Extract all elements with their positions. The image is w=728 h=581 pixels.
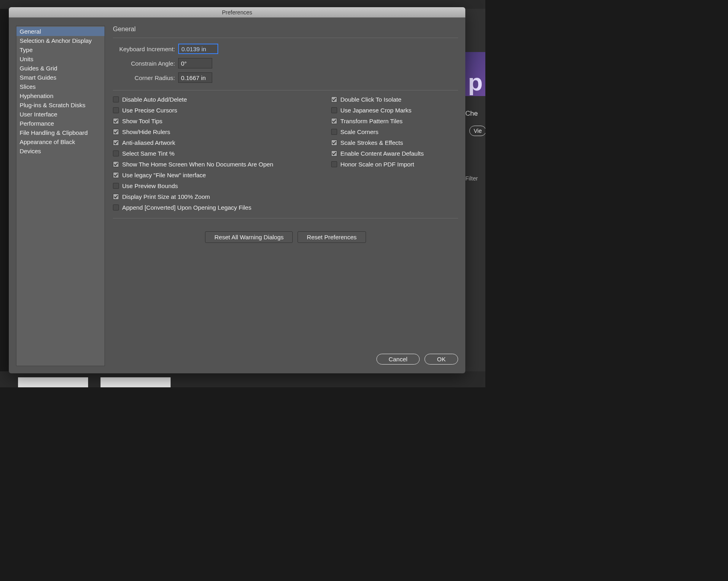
ok-button[interactable]: OK (424, 354, 458, 365)
check-right-label-1: Use Japanese Crop Marks (340, 107, 412, 114)
check-left-checkbox-4[interactable] (113, 140, 119, 146)
panel-title: General (113, 26, 458, 38)
check-left-checkbox-10[interactable] (113, 204, 119, 210)
check-left-checkbox-1[interactable] (113, 107, 119, 113)
app-right-panel: p Che Vie Filter (465, 9, 485, 387)
divider-1 (113, 90, 458, 90)
check-right-checkbox-1[interactable] (331, 107, 337, 113)
check-right-checkbox-3[interactable] (331, 129, 337, 135)
check-right-row-5: Enable Content Aware Defaults (331, 150, 424, 157)
check-left-label-1: Use Precise Cursors (122, 107, 177, 114)
check-right-label-6: Honor Scale on PDF Import (340, 161, 414, 168)
sidebar-item-smart-guides[interactable]: Smart Guides (16, 73, 105, 82)
preferences-sidebar: GeneralSelection & Anchor DisplayTypeUni… (16, 26, 105, 366)
check-left-row-2: Show Tool Tips (113, 118, 315, 124)
check-left-checkbox-8[interactable] (113, 183, 119, 189)
side-view-button[interactable]: Vie (469, 126, 485, 136)
check-right-checkbox-6[interactable] (331, 161, 337, 167)
check-left-label-3: Show/Hide Rulers (122, 128, 170, 135)
cancel-button[interactable]: Cancel (376, 354, 420, 365)
check-right-label-3: Scale Corners (340, 128, 378, 135)
check-right-row-4: Scale Strokes & Effects (331, 139, 424, 146)
sidebar-item-general[interactable]: General (16, 27, 105, 36)
corner-radius-row: Corner Radius: (113, 72, 458, 83)
check-left-label-10: Append [Converted] Upon Opening Legacy F… (122, 204, 251, 211)
dialog-title: Preferences (222, 9, 252, 16)
reset-prefs-button[interactable]: Reset Preferences (298, 231, 366, 243)
check-left-checkbox-0[interactable] (113, 96, 119, 102)
constrain-angle-input[interactable] (178, 58, 212, 68)
corner-radius-label: Corner Radius: (113, 74, 178, 81)
check-right-label-5: Enable Content Aware Defaults (340, 150, 424, 157)
document-thumbnail: p (465, 52, 485, 96)
reset-warnings-button[interactable]: Reset All Warning Dialogs (205, 231, 293, 243)
check-left-checkbox-6[interactable] (113, 161, 119, 167)
keyboard-increment-label: Keyboard Increment: (113, 46, 178, 52)
check-right-label-0: Double Click To Isolate (340, 96, 401, 103)
sidebar-item-selection-anchor-display[interactable]: Selection & Anchor Display (16, 36, 105, 45)
check-left-row-8: Use Preview Bounds (113, 182, 315, 189)
check-left-row-5: Select Same Tint % (113, 150, 315, 157)
bottom-doc-thumb-2 (101, 377, 171, 387)
sidebar-item-hyphenation[interactable]: Hyphenation (16, 91, 105, 100)
check-left-row-1: Use Precise Cursors (113, 107, 315, 114)
check-right-checkbox-2[interactable] (331, 118, 337, 124)
sidebar-item-appearance-of-black[interactable]: Appearance of Black (16, 137, 105, 146)
check-left-row-6: Show The Home Screen When No Documents A… (113, 161, 315, 168)
check-left-label-0: Disable Auto Add/Delete (122, 96, 187, 103)
check-right-row-1: Use Japanese Crop Marks (331, 107, 424, 114)
sidebar-item-file-handling-clipboard[interactable]: File Handling & Clipboard (16, 128, 105, 137)
check-left-label-5: Select Same Tint % (122, 150, 175, 157)
check-left-row-0: Disable Auto Add/Delete (113, 96, 315, 103)
preferences-main: General Keyboard Increment: Constrain An… (113, 26, 458, 366)
constrain-angle-label: Constrain Angle: (113, 60, 178, 67)
keyboard-increment-input[interactable] (178, 44, 218, 54)
preferences-dialog: Preferences GeneralSelection & Anchor Di… (9, 7, 465, 373)
side-label-check: Che (465, 110, 478, 118)
sidebar-item-plug-ins-scratch-disks[interactable]: Plug-ins & Scratch Disks (16, 100, 105, 110)
reset-button-row: Reset All Warning Dialogs Reset Preferen… (113, 231, 458, 243)
sidebar-item-guides-grid[interactable]: Guides & Grid (16, 64, 105, 73)
sidebar-item-slices[interactable]: Slices (16, 82, 105, 91)
dialog-titlebar: Preferences (9, 7, 465, 18)
check-left-label-7: Use legacy "File New" interface (122, 172, 206, 178)
check-right-row-3: Scale Corners (331, 128, 424, 135)
check-left-row-9: Display Print Size at 100% Zoom (113, 193, 315, 200)
check-right-checkbox-4[interactable] (331, 140, 337, 146)
check-left-row-10: Append [Converted] Upon Opening Legacy F… (113, 204, 315, 211)
check-left-row-4: Anti-aliased Artwork (113, 139, 315, 146)
checkbox-col-right: Double Click To IsolateUse Japanese Crop… (331, 96, 424, 215)
check-left-checkbox-7[interactable] (113, 172, 119, 178)
check-left-label-4: Anti-aliased Artwork (122, 139, 175, 146)
checkbox-columns: Disable Auto Add/DeleteUse Precise Curso… (113, 96, 458, 215)
check-right-row-6: Honor Scale on PDF Import (331, 161, 424, 168)
check-left-row-7: Use legacy "File New" interface (113, 172, 315, 178)
sidebar-item-type[interactable]: Type (16, 45, 105, 54)
check-right-checkbox-0[interactable] (331, 96, 337, 102)
checkbox-col-left: Disable Auto Add/DeleteUse Precise Curso… (113, 96, 315, 215)
keyboard-increment-row: Keyboard Increment: (113, 44, 458, 54)
check-left-row-3: Show/Hide Rulers (113, 128, 315, 135)
check-right-label-4: Scale Strokes & Effects (340, 139, 403, 146)
sidebar-item-units[interactable]: Units (16, 54, 105, 64)
check-right-row-2: Transform Pattern Tiles (331, 118, 424, 124)
check-left-label-6: Show The Home Screen When No Documents A… (122, 161, 273, 168)
sidebar-item-performance[interactable]: Performance (16, 119, 105, 128)
corner-radius-input[interactable] (178, 72, 212, 83)
check-left-label-8: Use Preview Bounds (122, 182, 178, 189)
check-left-checkbox-2[interactable] (113, 118, 119, 124)
check-left-label-2: Show Tool Tips (122, 118, 163, 124)
dialog-button-row: Cancel OK (113, 346, 458, 366)
check-left-label-9: Display Print Size at 100% Zoom (122, 193, 210, 200)
bottom-doc-thumb-1 (18, 377, 88, 387)
check-right-row-0: Double Click To Isolate (331, 96, 424, 103)
sidebar-item-devices[interactable]: Devices (16, 146, 105, 156)
sidebar-item-user-interface[interactable]: User Interface (16, 110, 105, 119)
check-right-checkbox-5[interactable] (331, 150, 337, 156)
check-left-checkbox-5[interactable] (113, 150, 119, 156)
constrain-angle-row: Constrain Angle: (113, 58, 458, 68)
side-label-filter: Filter (465, 175, 478, 182)
check-left-checkbox-3[interactable] (113, 129, 119, 135)
check-left-checkbox-9[interactable] (113, 194, 119, 200)
check-right-label-2: Transform Pattern Tiles (340, 118, 402, 124)
